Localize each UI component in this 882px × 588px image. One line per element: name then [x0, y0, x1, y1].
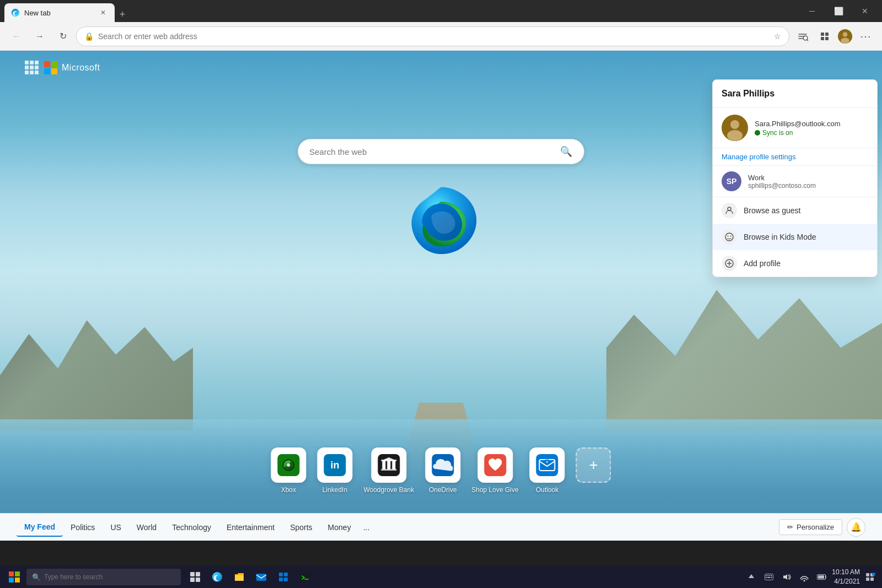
- quicklink-linkedin[interactable]: in LinkedIn: [317, 447, 352, 494]
- quicklink-outlook[interactable]: O Outlook: [530, 447, 565, 494]
- svg-rect-6: [825, 37, 829, 40]
- page-search-button[interactable]: 🔍: [557, 143, 575, 160]
- taskbar-apps: [185, 567, 315, 587]
- grid-dot: [35, 61, 39, 64]
- page-search-input[interactable]: [309, 147, 557, 157]
- svg-rect-44: [279, 578, 283, 581]
- taskbar-edge-button[interactable]: [207, 567, 227, 587]
- tab-close-button[interactable]: ✕: [98, 8, 108, 18]
- pencil-icon: ✏: [787, 523, 793, 531]
- grid-dot: [30, 66, 34, 69]
- taskbar-explorer-button[interactable]: [229, 567, 249, 587]
- svg-rect-41: [256, 574, 266, 581]
- add-profile-item[interactable]: Add profile: [713, 250, 877, 277]
- feed-item-politics[interactable]: Politics: [63, 519, 103, 536]
- quicklink-xbox[interactable]: Xbox: [271, 447, 306, 494]
- feed-item-technology[interactable]: Technology: [164, 519, 219, 536]
- close-button[interactable]: ✕: [852, 2, 878, 20]
- svg-rect-33: [15, 571, 20, 576]
- new-tab-button[interactable]: +: [115, 7, 130, 22]
- woodgrove-icon-inner: [378, 454, 400, 476]
- svg-point-12: [287, 463, 290, 467]
- maximize-button[interactable]: ⬜: [826, 2, 851, 20]
- taskbar-search-icon: 🔍: [32, 573, 41, 581]
- quicklink-woodgrove[interactable]: Woodgrove Bank: [363, 447, 414, 494]
- profile-avatar[interactable]: [837, 28, 853, 45]
- keyboard-icon[interactable]: [761, 569, 777, 585]
- work-profile-item[interactable]: SP Work sphillips@contoso.com: [713, 166, 877, 197]
- active-tab[interactable]: New tab ✕: [4, 3, 115, 22]
- personalize-button[interactable]: ✏ Personalize: [779, 519, 842, 535]
- notifications-button[interactable]: 🔔: [847, 518, 865, 537]
- favorites-button[interactable]: [793, 26, 813, 46]
- file-explorer-icon: [234, 571, 245, 582]
- start-button[interactable]: [4, 567, 24, 587]
- notification-area-icon[interactable]: [744, 569, 759, 585]
- svg-rect-45: [284, 578, 288, 581]
- feed-bar: My Feed Politics US World Technology Ent…: [0, 513, 882, 541]
- feed-item-us[interactable]: US: [103, 519, 128, 536]
- page-search-box[interactable]: 🔍: [298, 139, 584, 164]
- collections-button[interactable]: [815, 26, 835, 46]
- battery-icon[interactable]: [814, 569, 830, 585]
- svg-rect-13: [382, 461, 385, 470]
- quicklink-onedrive[interactable]: OneDrive: [425, 447, 460, 494]
- xbox-svg: [278, 455, 298, 475]
- quicklink-shoplove[interactable]: Shop Love Give: [471, 447, 518, 494]
- settings-more-button[interactable]: ⋯: [856, 26, 875, 46]
- svg-rect-38: [190, 578, 195, 582]
- manage-profile-link[interactable]: Manage profile settings: [713, 148, 877, 166]
- ms-brand-text: Microsoft: [62, 63, 100, 73]
- feed-item-money[interactable]: Money: [320, 519, 359, 536]
- feed-item-myfeed[interactable]: My Feed: [17, 518, 63, 537]
- onedrive-icon-wrapper: [425, 447, 460, 483]
- browse-kids-label: Browse in Kids Mode: [744, 233, 816, 241]
- taskbar-store-button[interactable]: [273, 567, 293, 587]
- add-quicklink-button[interactable]: + Add: [576, 447, 611, 494]
- ms-grid-icon[interactable]: [25, 61, 39, 74]
- task-view-icon: [190, 571, 201, 582]
- svg-marker-18: [381, 457, 396, 461]
- taskbar: 🔍: [0, 566, 882, 588]
- xbox-label: Xbox: [281, 486, 296, 494]
- svg-point-23: [730, 120, 739, 129]
- minimize-button[interactable]: ─: [799, 2, 825, 20]
- browse-guest-item[interactable]: Browse as guest: [713, 197, 877, 224]
- address-input[interactable]: [98, 32, 770, 41]
- forward-button[interactable]: →: [30, 26, 50, 46]
- address-bar[interactable]: 🔒 ☆: [76, 26, 789, 46]
- add-profile-svg: [725, 259, 734, 268]
- refresh-button[interactable]: ↻: [53, 26, 73, 46]
- grid-dot: [30, 71, 34, 74]
- mail-icon: [256, 571, 267, 582]
- shoplove-label: Shop Love Give: [471, 486, 518, 494]
- feed-more-button[interactable]: ...: [359, 519, 374, 536]
- ms-logo[interactable]: Microsoft: [44, 61, 100, 74]
- back-button[interactable]: ←: [7, 26, 26, 46]
- tab-favicon: [11, 8, 20, 17]
- taskbar-clock[interactable]: 10:10 AM 4/1/2021: [832, 568, 860, 586]
- action-center-button[interactable]: [862, 569, 878, 585]
- title-bar: New tab ✕ + ─ ⬜ ✕: [0, 0, 882, 22]
- feed-item-entertainment[interactable]: Entertainment: [219, 519, 282, 536]
- taskbar-search[interactable]: 🔍: [26, 569, 181, 585]
- outlook-label: Outlook: [536, 486, 558, 494]
- taskbar-mail-button[interactable]: [251, 567, 271, 587]
- volume-icon[interactable]: [779, 569, 794, 585]
- profile-name: Sara Phillips: [722, 89, 775, 98]
- outlook-svg: O: [537, 455, 557, 475]
- work-email-text: sphillips@contoso.com: [748, 182, 868, 190]
- linkedin-icon-wrapper: in: [317, 447, 352, 483]
- feed-item-world[interactable]: World: [129, 519, 164, 536]
- mountains-left: [0, 293, 193, 430]
- feed-item-sports[interactable]: Sports: [282, 519, 320, 536]
- shoplove-svg: [485, 455, 505, 475]
- taskbar-terminal-button[interactable]: [295, 567, 315, 587]
- quick-links: Xbox in LinkedIn: [271, 447, 611, 494]
- svg-point-8: [843, 32, 848, 37]
- taskbar-search-input[interactable]: [44, 573, 154, 581]
- browse-kids-item[interactable]: Browse in Kids Mode: [713, 224, 877, 250]
- task-view-button[interactable]: [185, 567, 205, 587]
- volume-svg: [782, 573, 791, 581]
- network-icon[interactable]: [797, 569, 812, 585]
